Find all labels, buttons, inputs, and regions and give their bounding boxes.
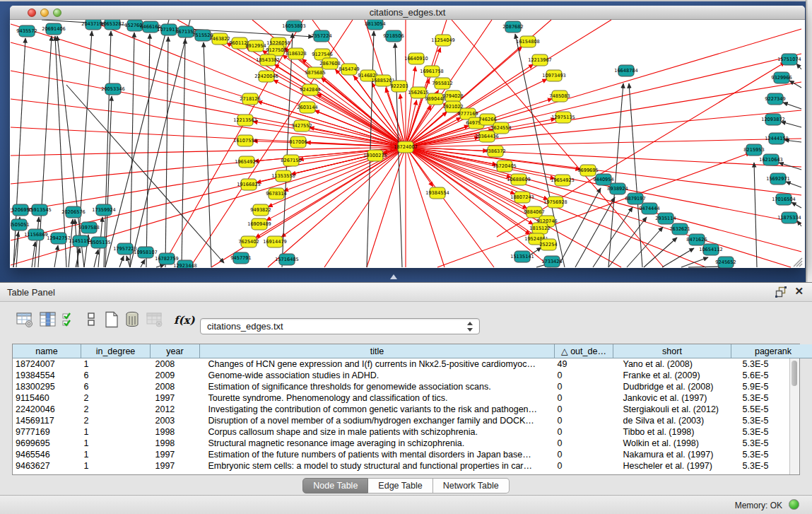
table-cell[interactable]: 6 [81,381,151,392]
graph-node[interactable]: 9493822 [250,204,271,216]
graph-node[interactable]: 15716485 [275,254,299,265]
table-cell[interactable]: 1 [81,426,151,438]
column-header-name[interactable]: name [13,344,81,358]
table-cell[interactable]: Structural magnetic resonance image aver… [200,438,555,449]
graph-node[interactable]: 8267150 [281,155,301,166]
table-cell[interactable]: 49 [555,358,613,370]
table-cell[interactable]: 0 [555,381,613,392]
table-cell[interactable]: Genome-wide association studies in ADHD. [200,370,555,381]
table-row[interactable]: 2242004622012Investigating the contribut… [13,404,812,415]
float-panel-icon[interactable] [775,286,787,298]
tab-node-table[interactable]: Node Table [302,478,368,493]
table-row[interactable]: 946362711997Embryonic stem cells: a mode… [13,460,812,472]
table-cell[interactable]: 5.3E-5 [731,438,812,449]
table-cell[interactable]: 1998 [151,426,200,438]
graph-node[interactable]: 12975135 [551,112,575,123]
column-visibility-icon[interactable] [39,310,57,329]
table-cell[interactable]: 5.3E-5 [731,449,812,460]
graph-node[interactable]: 19384554 [425,187,449,199]
table-cell[interactable]: 9777169 [13,426,81,438]
table-row[interactable]: 911546021997Tourette syndrome. Phenomeno… [13,392,812,404]
table-cell[interactable]: Embryonic stem cells: a model to study s… [200,460,555,472]
graph-node[interactable]: 19654923 [551,175,575,186]
table-cell[interactable]: 5.9E-5 [731,381,812,392]
graph-node[interactable]: 7357224 [311,30,331,42]
table-cell[interactable]: 0 [555,392,613,404]
graph-node[interactable]: 7515526 [192,30,213,41]
table-cell[interactable]: 5.5E-5 [731,404,812,415]
graph-node[interactable]: 3427552 [291,120,312,132]
graph-node[interactable]: 5875685 [305,67,325,78]
table-cell[interactable]: 0 [555,449,613,460]
graph-node[interactable]: 8813054 [365,20,385,30]
graph-node[interactable]: 9245652 [715,257,736,268]
graph-node[interactable]: 7485083 [549,90,570,102]
graph-node[interactable]: 10958107 [134,247,158,258]
table-cell[interactable]: 5.3E-5 [731,460,812,472]
table-cell[interactable]: Estimation of the future numbers of pati… [200,449,555,460]
graph-node[interactable]: 7386372 [485,146,505,157]
table-cell[interactable]: 0 [555,404,613,415]
table-row[interactable]: 1872400712008Changes of HCN gene express… [13,358,812,370]
table-cell[interactable]: Hescheler et al. (1997) [613,460,731,472]
table-cell[interactable]: 1 [81,358,151,370]
graph-node[interactable]: 2603144 [297,102,317,113]
graph-node[interactable]: 10653287 [100,20,124,30]
graph-node[interactable]: 2087682 [502,21,523,33]
graph-node[interactable]: 20691406 [42,23,66,35]
table-cell[interactable]: 1997 [151,449,200,460]
table-cell[interactable]: 1 [81,438,151,449]
table-cell[interactable]: 0 [555,415,613,426]
new-table-icon[interactable] [102,310,121,329]
graph-node[interactable]: 16210643 [759,154,783,165]
table-settings-icon[interactable] [16,310,34,329]
graph-node[interactable]: 19654925 [235,156,259,168]
delete-column-icon[interactable] [123,310,141,329]
table-cell[interactable]: 22420046 [13,404,81,415]
function-builder-icon[interactable]: f(x) [174,314,195,327]
table-cell[interactable]: 2009 [151,370,200,381]
table-cell[interactable]: 5.3E-5 [731,392,812,404]
graph-node[interactable]: 12213563 [233,115,257,126]
table-scrollbar-thumb[interactable] [792,361,797,386]
table-cell[interactable]: 18300295 [13,381,81,392]
graph-node[interactable]: 16053803 [282,21,306,32]
memory-ok-icon[interactable] [789,499,799,510]
table-cell[interactable]: 19384554 [13,370,81,381]
tab-network-table[interactable]: Network Table [433,478,510,493]
graph-node[interactable]: 9699695 [577,165,598,176]
column-header-title[interactable]: title [200,344,555,358]
column-header-out_de[interactable]: △ out_de… [555,344,613,358]
splitter-handle[interactable] [390,274,397,279]
table-cell[interactable]: 1 [81,460,151,472]
table-cell[interactable]: Yano et al. (2008) [613,358,731,370]
graph-node[interactable]: 8454749 [339,64,359,75]
graph-node[interactable]: 7955812 [432,78,452,89]
window-resize-grip[interactable] [794,258,802,267]
table-row[interactable]: 946554611997Estimation of the future num… [13,449,812,460]
window-titlebar[interactable]: citations_edges.txt [10,6,805,20]
table-row[interactable]: 1830029562008Estimation of significance … [13,381,812,392]
table-cell[interactable]: 0 [555,370,613,381]
column-header-in_degree[interactable]: in_degree [81,344,151,358]
table-cell[interactable]: 9465546 [13,449,81,460]
row-height-icon[interactable] [82,310,100,329]
table-cell[interactable]: 1997 [151,460,200,472]
table-cell[interactable]: 2003 [151,415,200,426]
graph-node[interactable]: 12942757 [47,233,71,244]
graph-node[interactable]: 17016504 [772,194,796,205]
table-cell[interactable]: Dudbridge et al. (2008) [613,381,731,392]
table-cell[interactable]: 2 [81,415,151,426]
graph-node[interactable]: 16961758 [420,66,444,77]
graph-node[interactable]: 16640910 [404,53,428,64]
network-view-window[interactable]: citations_edges.txt 74638229601128891295… [10,6,805,268]
graph-node[interactable]: 2867608 [319,58,340,69]
graph-node[interactable]: 8505051 [11,219,30,230]
column-header-short[interactable]: short [613,344,731,358]
network-canvas[interactable]: 7463822960112889129541522605891275081854… [11,20,804,268]
table-cell[interactable]: 1998 [151,438,200,449]
graph-node[interactable]: 917006 [289,136,307,148]
graph-node[interactable]: 20206576 [61,206,86,218]
graph-node[interactable]: 12444158 [765,133,789,144]
table-cell[interactable]: Corpus callosum shape and size in male p… [200,426,555,438]
